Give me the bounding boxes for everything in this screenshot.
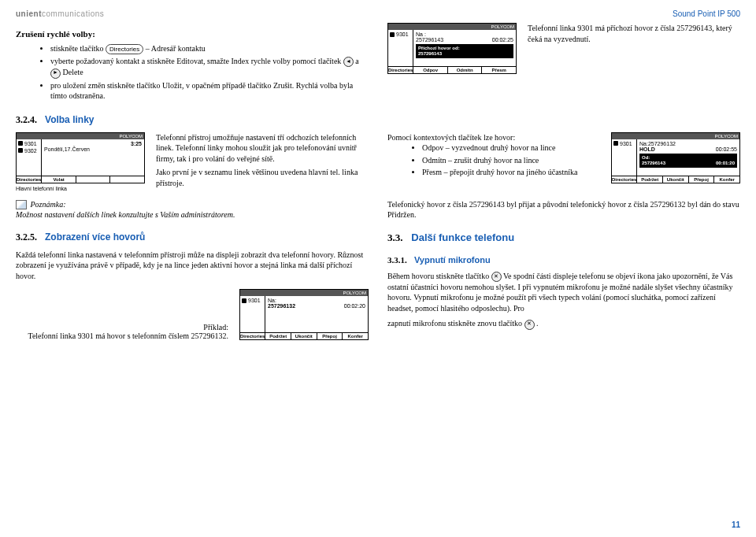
example-text: Telefonní linka 9301 má hovor s telefonn… [28,331,228,340]
phone4-brand: POLYCOM [240,290,368,296]
section-325-label: Zobrazení více hovorů [45,231,145,243]
bullet-2: vyberte požadovaný kontakt a stiskněte E… [50,56,369,78]
phone4-line: 9301 [248,298,261,303]
softkey-presm[interactable]: Přesm [482,67,516,73]
phone2-date: Pondělí,17.Červen [44,146,142,152]
s324-para2: Jako první je v seznamu linek většinou u… [156,167,369,188]
mute-p2a: Během hovoru stiskněte tlačítko [387,272,491,280]
phone-screenshot-example: POLYCOM 9301 Na: 257296132 00:02:20 Dire… [239,289,369,340]
section-33-label: Další funkce telefonu [411,231,514,243]
section-331-label: Vypnutí mikrofonu [414,255,491,265]
ctx-odmitn: Odmítn – zrušit druhý hovor na lince [422,155,600,166]
mute-para: Během hovoru stiskněte tlačítko ✕ Ve spo… [387,271,740,314]
phone3-num: 257296143 [642,161,665,166]
softkey-odpov[interactable]: Odpov [413,67,448,73]
example-label: Příklad: [203,323,228,331]
mute-icon[interactable]: ✕ [491,272,502,282]
ctx-odpov: Odpov – vyzvednout druhý hovor na lince [422,143,600,154]
phone3-soft-dir[interactable]: Directories [612,176,637,183]
page-number: 11 [732,520,740,529]
device-model: Sound Point IP 500 [673,9,740,18]
mute-p3b: . [536,319,539,328]
bullet-1: stiskněte tlačítko Directories – Adresář… [50,43,369,54]
bullet-1-text-a: stiskněte tlačítko [50,44,106,53]
note-label: Poznámka: [31,200,66,209]
phone4-soft-dir[interactable]: Directories [240,333,265,339]
phone2-brand: POLYCOM [17,133,144,139]
section-331-title: 3.3.1. Vypnutí mikrofonu [387,255,740,265]
phone3-t2: 00:01:20 [716,161,735,166]
note-block: Poznámka: Možnost nastavení dalších line… [16,199,369,220]
phone-line-9301: 9301 [396,31,409,37]
phone-screenshot-incoming: POLYCOM 9301 Na : 257296143 00:02:25 Pří… [387,23,517,74]
brand-part2: communications [42,9,104,18]
phone3-t1: 00:02:55 [716,146,737,152]
section-325-title: 3.2.5. Zobrazení více hovorů [16,231,369,243]
bullet-2-text: vyberte požadovaný kontakt a stiskněte E… [50,57,343,65]
phone2-time: 3:25 [44,141,142,146]
phone3-brand: POLYCOM [612,133,739,139]
phone3-od: Od: [642,155,735,161]
main-line-label: Hlavní telefonní linka [16,186,145,191]
phone-brand: POLYCOM [388,24,516,30]
phone3-sk3[interactable]: Přepoj [689,176,715,183]
phone4-num: 257296132 [268,303,295,309]
softkey-directories[interactable]: Directories [388,67,413,73]
section-324-label: Volba linky [45,114,94,125]
phone2-softkey-volat[interactable]: Volat [42,176,76,183]
phone4-sk3[interactable]: Přepoj [317,333,343,339]
phone3-na: Na:257296132 [639,141,676,146]
bullet-2-delete: Delete [63,68,83,76]
phone-incoming-label: Příchozí hovor od: [418,46,511,51]
ctx-presm: Přesm – přepojit druhý hovor na jiného ú… [422,167,600,178]
phone3-hold: HOLD [639,146,655,152]
phone2-line1: 9301 [24,141,37,146]
incoming-description: Telefonní linka 9301 má příchozí hovor z… [528,23,740,44]
phone-screenshot-lines: POLYCOM 9301 9302 3:25 Pondělí,17.Červen… [16,132,145,183]
phone-incoming-num: 257296143 [418,51,511,57]
section-33-title: 3.3. Další funkce telefonu [387,231,740,244]
phone4-sk2[interactable]: Ukončit [291,333,317,339]
section-324-num: 3.2.4. [16,114,37,125]
right-p1: Telefonický hovor z čísla 257296143 byl … [387,199,740,220]
directories-button[interactable]: Directories [106,44,143,54]
heading-zruseni: Zrušení rychlé volby: [16,29,369,39]
ctx-intro: Pomocí kontextových tlačítek lze hovor: [387,132,600,143]
s325-para: Každá telefonní linka nastavená v telefo… [16,250,369,282]
phone3-line: 9301 [620,141,632,146]
phone3-sk4[interactable]: Konfer [714,176,739,183]
phone2-line2: 9302 [24,148,37,154]
section-33-num: 3.3. [387,231,403,243]
phone4-sk4[interactable]: Konfer [343,333,368,339]
bullet-2-and: a [355,57,358,65]
mute-para2: zapnutí mikrofonu stiskněte znovu tlačít… [387,318,740,329]
note-text: Možnost nastavení dalších linek konzultu… [16,210,235,219]
brand-part1: unient [16,9,42,18]
phone3-sk2[interactable]: Ukončit [663,176,689,183]
section-325-num: 3.2.5. [16,231,37,243]
softkey-odmitn[interactable]: Odmítn [448,67,483,73]
bullet-1-text-b: – Adresář kontaktu [146,44,206,53]
note-icon [16,200,27,209]
section-331-num: 3.3.1. [387,255,407,265]
mute-icon-2[interactable]: ✕ [524,320,535,330]
phone3-sk1[interactable]: Podržet [637,176,663,183]
brand-logo: unientcommunications [16,9,740,18]
phone-na-label: Na : [416,31,513,37]
arrow-left-icon[interactable]: ◄ [343,57,354,67]
phone4-na: Na: [268,298,365,303]
phone4-time: 00:02:20 [344,303,365,309]
section-324-title: 3.2.4. Volba linky [16,114,740,126]
arrow-right-icon[interactable]: ► [50,69,61,79]
phone-time: 00:02:25 [492,37,513,43]
phone-number: 257296143 [416,37,443,43]
s324-para1: Telefonní přístroj umožňuje nastavení tř… [156,132,369,165]
phone-screenshot-hold: POLYCOM 9301 Na:257296132 HOLD 00:02:55 … [611,132,740,183]
phone2-softkey-dir[interactable]: Directories [17,176,42,183]
phone4-sk1[interactable]: Podržet [265,333,291,339]
bullet-3: pro uložení změn stiskněte tlačítko Ulož… [50,80,369,102]
mute-p3a: zapnutí mikrofonu stiskněte znovu tlačít… [387,319,524,328]
